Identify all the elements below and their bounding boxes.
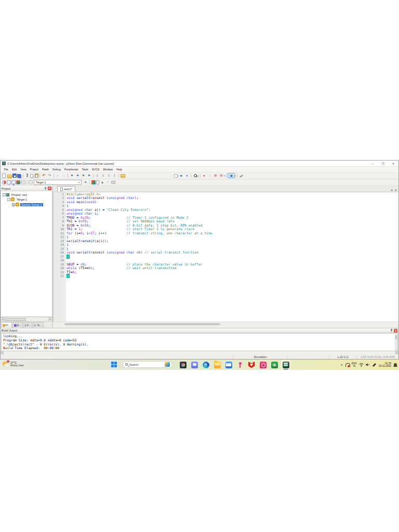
pin-icon[interactable] — [44, 187, 47, 190]
find-toolbar-icon[interactable] — [193, 173, 198, 178]
redo-toolbar-icon[interactable]: ↷ — [47, 173, 52, 178]
menu-flash[interactable]: Flash — [41, 168, 51, 171]
title-bar[interactable]: C:\Users\Atharv\OneDrive\Desktop\rect.uv… — [1, 161, 398, 167]
flag-toolbar-icon[interactable]: ⚑ — [81, 173, 86, 178]
tree-expander-icon[interactable]: - — [7, 198, 10, 201]
tray-chevron-icon[interactable]: ∧ — [341, 363, 343, 366]
rebuild-toolbar-icon[interactable] — [11, 180, 16, 184]
panel-tab-pr[interactable]: Pr... — [1, 322, 12, 328]
panel-tab-b[interactable]: B... — [12, 322, 23, 328]
project-panel-close-icon[interactable]: × — [48, 187, 51, 190]
headset-icon[interactable] — [345, 363, 350, 367]
target-select[interactable]: Target 1▾ — [34, 180, 82, 185]
panel-tab-f[interactable]: {} F... — [23, 322, 32, 328]
menu-view[interactable]: View — [19, 168, 28, 171]
tree-item-source-group-1[interactable]: +Source Group 1 — [1, 202, 52, 207]
build-output-close-icon[interactable]: × — [394, 329, 397, 332]
menu-peripherals[interactable]: Peripherals — [62, 168, 80, 171]
wrench-toolbar-icon[interactable] — [239, 173, 244, 178]
menu-debug[interactable]: Debug — [51, 168, 63, 171]
volume-icon[interactable] — [366, 363, 370, 367]
fwd-toolbar-icon[interactable]: → — [61, 173, 66, 178]
taskbar-app-edge[interactable] — [200, 360, 211, 370]
back-toolbar-icon[interactable]: ← — [56, 173, 61, 178]
panel-tab-te[interactable]: 0. Te... — [33, 322, 44, 328]
checkdd-toolbar-icon[interactable] — [174, 174, 178, 178]
taskbar-app-clipchamp[interactable] — [257, 360, 269, 370]
editbox-toolbar-icon[interactable] — [121, 174, 125, 178]
tab-list-dropdown-icon[interactable]: ▾ — [391, 189, 393, 192]
scroll-left-icon[interactable]: ◄ — [1, 351, 4, 354]
scroll-right-icon[interactable]: ► — [395, 351, 398, 354]
start-button[interactable] — [111, 362, 117, 368]
editor-hscrollbar[interactable] — [53, 322, 398, 326]
menu-help[interactable]: Help — [115, 168, 124, 171]
paper-toolbar-icon[interactable] — [96, 180, 99, 184]
build-output-hscrollbar[interactable]: ◄ ► — [1, 351, 398, 354]
pack-toolbar-icon[interactable] — [111, 181, 115, 184]
up-toolbar-icon[interactable]: ↑ — [105, 180, 111, 185]
taskbar-app-mail[interactable] — [223, 360, 234, 370]
indent-toolbar-icon[interactable]: ≡ — [107, 173, 112, 178]
taskbar-app-mcafee[interactable] — [246, 360, 257, 370]
open-toolbar-icon[interactable] — [7, 175, 12, 178]
saveall-toolbar-icon[interactable] — [17, 174, 21, 178]
menu-svcs[interactable]: SVCS — [90, 168, 101, 171]
cut-toolbar-icon[interactable] — [24, 173, 30, 178]
menu-project[interactable]: Project — [28, 168, 41, 171]
tree-item-target-1[interactable]: -Target 1 — [1, 197, 52, 203]
menu-file[interactable]: File — [2, 168, 10, 171]
menu-tools[interactable]: Tools — [80, 168, 90, 171]
flag-toolbar-icon[interactable]: ⚑ — [70, 173, 75, 178]
batchdd-toolbar-icon[interactable] — [16, 180, 20, 184]
bpgray-toolbar-icon[interactable]: ○ — [207, 173, 212, 178]
editor-tab-rectc[interactable]: rect.c* — [57, 186, 75, 192]
tree-expander-icon[interactable]: + — [12, 203, 15, 206]
taskbar-app-chat[interactable] — [189, 360, 200, 370]
tab-close-icon[interactable]: ✕ — [394, 189, 397, 192]
flag-toolbar-icon[interactable]: ⚑ — [75, 173, 81, 178]
translate-toolbar-icon[interactable] — [2, 180, 6, 184]
taskbar-app-keil[interactable] — [280, 360, 291, 370]
build-toolbar-icon[interactable] — [7, 180, 11, 184]
cube-toolbar-icon[interactable] — [91, 180, 96, 184]
menu-edit[interactable]: Edit — [10, 168, 19, 171]
tree-expander-icon[interactable]: - — [3, 193, 6, 196]
bpdis-toolbar-icon[interactable]: ⊘ — [213, 173, 218, 178]
copy-toolbar-icon[interactable] — [30, 174, 33, 178]
close-button[interactable]: ✕ — [388, 161, 398, 167]
undo-toolbar-icon[interactable]: ↶ — [42, 173, 47, 178]
weather-widget[interactable]: 0 27°C Mostly clear — [3, 361, 24, 367]
person-toolbar-icon[interactable]: ☻ — [179, 173, 184, 178]
project-panel-hscrollbar[interactable]: ◄ ► — [1, 317, 52, 321]
save-toolbar-icon[interactable] — [12, 174, 17, 178]
bpred-toolbar-icon[interactable]: ● — [202, 173, 207, 178]
diamond-toolbar-icon[interactable]: ◆ — [100, 180, 105, 185]
tree-item-project-rect[interactable]: -Project: rect — [1, 192, 52, 197]
flag-toolbar-icon[interactable]: ⚑ — [87, 173, 92, 178]
taskbar-app-explorer[interactable] — [211, 360, 223, 370]
bpdis-toolbar-icon[interactable]: ⊘ — [219, 173, 224, 178]
wifi-icon[interactable] — [359, 363, 364, 367]
paste-toolbar-icon[interactable] — [35, 174, 38, 178]
clock[interactable]: 01:25 03-11-2023 — [379, 362, 391, 368]
kflag-toolbar-icon[interactable]: ⚑ — [83, 180, 88, 185]
build-output-pin-icon[interactable] — [390, 329, 393, 332]
indent-toolbar-icon[interactable]: ≡ — [101, 173, 106, 178]
stopg-toolbar-icon[interactable] — [21, 180, 25, 184]
maximize-button[interactable]: ❐ — [378, 161, 388, 167]
windd-dropdown-icon[interactable]: ▾ — [235, 175, 236, 177]
taskbar-app-share[interactable] — [234, 360, 246, 370]
minimize-button[interactable]: – — [367, 161, 378, 167]
search-box[interactable]: Search — [123, 361, 172, 368]
windd-toolbar-icon[interactable] — [228, 173, 235, 178]
new-toolbar-icon[interactable] — [2, 174, 6, 178]
indent-toolbar-icon[interactable]: ≡ — [112, 173, 117, 178]
indent-toolbar-icon[interactable]: ≡ — [95, 173, 100, 178]
taskbar-app-photos[interactable] — [177, 360, 189, 370]
pen-icon[interactable] — [372, 363, 377, 367]
menu-window[interactable]: Window — [101, 168, 115, 171]
ball-toolbar-icon[interactable]: ● — [184, 173, 190, 178]
build-output-vscrollbar[interactable] — [395, 334, 397, 351]
language-indicator[interactable]: ENGIN — [352, 362, 357, 367]
